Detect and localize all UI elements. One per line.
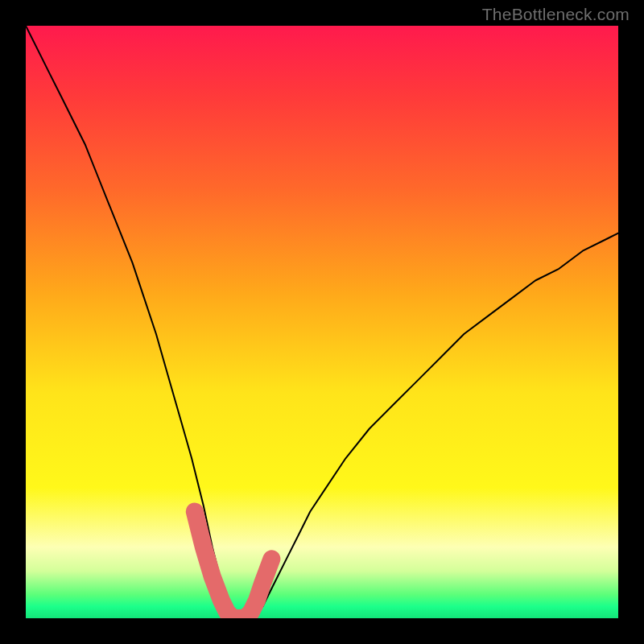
curve-overlay [26,26,618,618]
plot-area [26,26,618,618]
chart-stage: TheBottleneck.com [0,0,644,644]
watermark-text: TheBottleneck.com [482,5,630,24]
optimal-range-highlight [195,512,272,619]
bottleneck-curve [26,26,618,618]
